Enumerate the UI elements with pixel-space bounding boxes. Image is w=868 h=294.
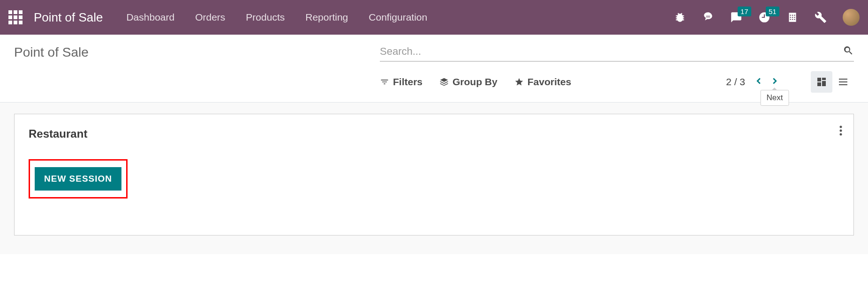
pager-counter: 2 / 3: [726, 76, 745, 88]
subheader: Point of Sale Filters Group By Favorites: [0, 35, 868, 102]
groupby-label: Group By: [453, 76, 498, 88]
apps-icon[interactable]: [8, 10, 23, 24]
top-navbar: Point of Sale Dashboard Orders Products …: [0, 0, 868, 35]
card-title: Restaurant: [29, 127, 839, 140]
filters-button[interactable]: Filters: [380, 76, 423, 88]
brand-title[interactable]: Point of Sale: [34, 10, 103, 25]
nav-icons: 17 51: [674, 9, 860, 26]
pager-next[interactable]: Next: [770, 76, 780, 88]
nav-products[interactable]: Products: [246, 12, 285, 23]
pager: 2 / 3 Next: [726, 76, 780, 88]
building-icon[interactable]: [786, 11, 799, 23]
nav-links: Dashboard Orders Products Reporting Conf…: [126, 12, 427, 23]
nav-orders[interactable]: Orders: [195, 12, 225, 23]
card-area: Restaurant NEW SESSION: [0, 103, 868, 254]
messages-badge: 17: [738, 7, 751, 16]
messages-icon[interactable]: 17: [730, 11, 742, 23]
pager-prev[interactable]: [754, 76, 764, 88]
svg-point-0: [840, 126, 842, 128]
highlight-box: NEW SESSION: [29, 159, 128, 198]
favorites-button[interactable]: Favorites: [514, 76, 571, 88]
svg-point-1: [840, 130, 842, 132]
search-box: [380, 45, 854, 62]
page-title: Point of Sale: [14, 45, 361, 60]
card-menu-icon[interactable]: [839, 125, 842, 138]
bug-icon[interactable]: [674, 11, 686, 23]
nav-configuration[interactable]: Configuration: [369, 12, 427, 23]
toolbar: Filters Group By Favorites 2 / 3: [380, 62, 854, 102]
view-switch: [811, 71, 854, 93]
nav-dashboard[interactable]: Dashboard: [126, 12, 174, 23]
activities-icon[interactable]: 51: [758, 11, 770, 23]
svg-point-2: [840, 133, 842, 136]
nav-reporting[interactable]: Reporting: [305, 12, 348, 23]
search-icon[interactable]: [843, 45, 854, 58]
search-input[interactable]: [380, 45, 843, 58]
new-session-button[interactable]: NEW SESSION: [35, 167, 121, 191]
list-view-button[interactable]: [832, 71, 854, 93]
user-avatar[interactable]: [843, 9, 860, 26]
next-tooltip: Next: [761, 90, 789, 106]
favorites-label: Favorites: [528, 76, 571, 88]
filter-label: Filters: [393, 76, 423, 88]
activities-badge: 51: [766, 7, 779, 16]
pos-card: Restaurant NEW SESSION: [14, 114, 854, 235]
groupby-button[interactable]: Group By: [439, 76, 498, 88]
tools-icon[interactable]: [815, 11, 827, 23]
kanban-view-button[interactable]: [811, 71, 832, 93]
phone-icon[interactable]: [702, 11, 714, 23]
